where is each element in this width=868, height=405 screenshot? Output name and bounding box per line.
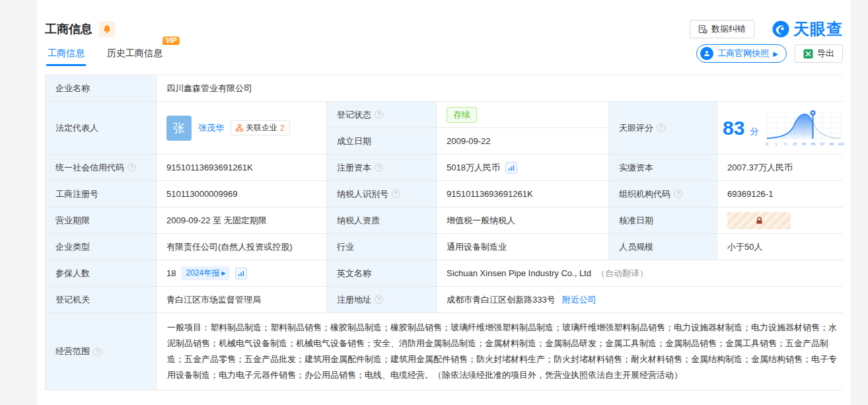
official-snapshot-button[interactable]: 工商官网快照 ▶: [696, 44, 787, 63]
org-code-label: 组织机构代码?: [609, 181, 717, 207]
reg-address-value: 成都市青白江区创新路333号 附近公司: [437, 287, 850, 313]
page-title: 工商信息: [45, 21, 92, 37]
taxpayer-quality-value: 增值税一般纳税人: [437, 207, 608, 233]
business-scope-label: 经营范围?: [46, 313, 156, 390]
tab-history-business-info[interactable]: 历史工商信息 VIP: [106, 42, 164, 66]
business-term-label: 营业期限: [46, 207, 156, 233]
chevron-right-icon: ▶: [773, 50, 778, 57]
taxpayer-quality-label: 纳税人资质: [327, 207, 436, 233]
help-icon[interactable]: ?: [375, 163, 383, 172]
svg-text:100: 100: [838, 142, 844, 146]
tabs-row: 工商信息 历史工商信息 VIP 工商官网快照 ▶: [45, 42, 843, 66]
data-correction-button[interactable]: 数据纠错: [690, 20, 754, 38]
export-button[interactable]: 导出: [795, 44, 843, 63]
credit-code-value: 91510113693691261K: [157, 155, 326, 180]
annual-report-badge[interactable]: 2024年报 ▶: [181, 266, 230, 280]
related-companies-label: 关联企业: [246, 122, 277, 133]
brand-name: 天眼查: [793, 18, 843, 40]
svg-text:3: 3: [785, 142, 787, 146]
related-companies-count: 2: [280, 124, 285, 133]
business-scope-value: 一般项目：塑料制品制造；塑料制品销售；橡胶制品制造；橡胶制品销售；玻璃纤维增强塑…: [157, 313, 850, 390]
help-icon[interactable]: ?: [674, 190, 682, 198]
header: 工商信息 数据纠错: [45, 0, 843, 40]
insured-count-label: 参保人数: [46, 260, 156, 286]
title-wrap: 工商信息: [45, 21, 115, 37]
establish-date-value: 2009-09-22: [437, 128, 608, 154]
brand-logo[interactable]: 天眼查: [772, 18, 843, 40]
reg-number-value: 510113000009969: [157, 181, 326, 207]
help-icon[interactable]: ?: [127, 163, 136, 172]
legal-rep-label: 法定代表人: [46, 102, 156, 154]
excel-icon: [803, 49, 813, 59]
legal-rep-name-link[interactable]: 张茂华: [198, 122, 224, 134]
tyc-score-value[interactable]: 83 分: [717, 102, 850, 154]
english-name-value: Sichuan Xinsen Pipe Industry Co., Ltd （自…: [437, 260, 850, 286]
legal-rep-value: 张 张茂华 关联企业 2: [157, 102, 326, 154]
score-unit: 分: [750, 126, 758, 137]
tab-history-label: 历史工商信息: [107, 48, 163, 58]
insured-count-value: 18 2024年报 ▶: [157, 260, 326, 286]
taxpayer-id-label: 纳税人识别号?: [327, 181, 436, 207]
help-icon[interactable]: ?: [657, 124, 665, 132]
org-chart-icon: [236, 124, 243, 131]
official-snapshot-label: 工商官网快照: [717, 48, 769, 59]
industry-value: 通用设备制造业: [437, 234, 608, 260]
insured-trend-button[interactable]: [235, 268, 247, 279]
reg-authority-value: 青白江区市场监督管理局: [157, 287, 326, 313]
tianyancha-eye-icon: [772, 20, 790, 38]
bar-chart-icon: [508, 165, 515, 171]
score-distribution-chart: 0 1 3 15 50 85 97 99 100: [764, 108, 844, 148]
svg-text:50: 50: [802, 142, 807, 146]
nearby-companies-link[interactable]: 附近公司: [562, 294, 597, 306]
help-icon[interactable]: ?: [392, 190, 400, 198]
svg-text:0: 0: [766, 142, 769, 146]
capital-trend-button[interactable]: [505, 162, 517, 174]
bar-chart-icon: [238, 270, 244, 277]
staff-size-label: 人员规模: [609, 234, 717, 260]
status-badge: 存续: [447, 107, 477, 123]
paid-capital-value: 2007.37万人民币: [717, 155, 850, 180]
export-label: 导出: [817, 48, 834, 59]
reg-status-value: 存续: [437, 102, 608, 128]
legal-rep-avatar[interactable]: 张: [166, 116, 192, 141]
svg-text:85: 85: [811, 142, 816, 146]
org-code-value: 69369126-1: [717, 181, 850, 207]
data-correction-label: 数据纠错: [711, 23, 746, 35]
table-actions: 工商官网快照 ▶ 导出: [696, 44, 843, 63]
approval-date-value: [717, 207, 850, 233]
svg-text:15: 15: [793, 142, 797, 146]
help-icon[interactable]: ?: [93, 348, 102, 356]
auto-translate-note: （自动翻译）: [597, 268, 648, 279]
reg-authority-label: 登记机关: [46, 287, 156, 313]
reg-capital-value: 5018万人民币: [437, 155, 608, 180]
tab-business-info-label: 工商信息: [48, 48, 85, 58]
tab-business-info[interactable]: 工商信息: [46, 42, 86, 66]
data-correction-icon: [698, 24, 707, 34]
help-icon[interactable]: ?: [375, 110, 383, 119]
staff-size-value: 小于50人: [717, 234, 850, 260]
svg-text:1: 1: [776, 142, 778, 146]
vip-badge: VIP: [163, 36, 180, 45]
bell-icon: [102, 24, 112, 34]
business-info-panel: 工商信息 数据纠错: [37, 0, 851, 405]
related-companies-badge[interactable]: 关联企业 2: [231, 120, 290, 135]
subscribe-bell-button[interactable]: [99, 21, 115, 37]
company-type-label: 企业类型: [46, 234, 156, 260]
company-name-label: 企业名称: [46, 75, 156, 101]
reg-status-label: 登记状态?: [327, 102, 436, 128]
english-name-label: 英文名称: [327, 260, 436, 286]
header-right: 数据纠错 天眼查: [690, 18, 843, 40]
establish-date-label: 成立日期: [327, 128, 436, 154]
help-icon[interactable]: ?: [375, 295, 383, 304]
svg-text:99: 99: [830, 142, 834, 146]
reg-number-label: 工商注册号: [46, 181, 156, 207]
company-type-value: 有限责任公司(自然人投资或控股): [157, 234, 326, 260]
locked-value[interactable]: [727, 212, 791, 229]
lock-icon: [755, 216, 764, 225]
score-number: 83: [723, 118, 744, 138]
company-name-value: 四川鑫森管业有限公司: [157, 75, 850, 101]
chevron-right-icon: ▶: [221, 270, 225, 276]
reg-address-label: 注册地址?: [327, 287, 436, 313]
business-term-value: 2009-09-22 至 无固定期限: [157, 207, 326, 233]
credit-code-label: 统一社会信用代码?: [46, 155, 156, 180]
